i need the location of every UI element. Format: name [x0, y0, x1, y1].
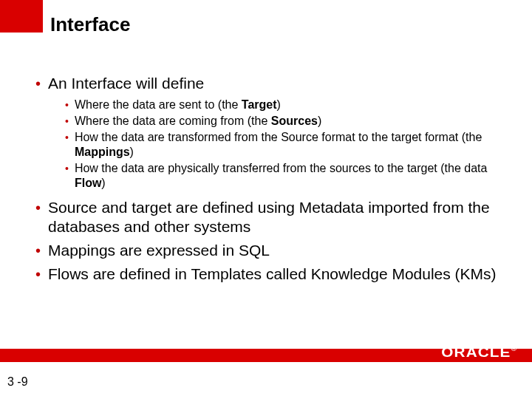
- bullet-dot: •: [35, 241, 41, 260]
- sub-bullet-item: • Where the data are sent to (the Target…: [65, 98, 502, 112]
- bullet-item: • Flows are defined in Templates called …: [35, 265, 502, 284]
- slide-title: Interface: [50, 13, 130, 36]
- bullet-text: An Interface will define: [48, 74, 204, 93]
- bullet-item: • Mappings are expressed in SQL: [35, 241, 502, 260]
- bullet-dot: •: [35, 198, 41, 217]
- sub-bullet-item: • How the data are transformed from the …: [65, 130, 502, 160]
- sub-bullet-text: How the data are transformed from the So…: [75, 130, 488, 160]
- bullet-item: • An Interface will define: [35, 74, 502, 93]
- bullet-dot: •: [35, 265, 41, 284]
- sub-list: • Where the data are sent to (the Target…: [65, 98, 502, 191]
- bullet-dot: •: [65, 161, 69, 176]
- sub-bullet-item: • How the data are physically transferre…: [65, 161, 502, 191]
- oracle-logo: ORACLE®: [442, 345, 518, 361]
- bullet-item: • Source and target are defined using Me…: [35, 198, 502, 236]
- page-number: 3 -9: [7, 375, 28, 389]
- bullet-text: Mappings are expressed in SQL: [48, 241, 270, 260]
- sub-bullet-text: How the data are physically transferred …: [75, 161, 488, 191]
- bullet-text: Flows are defined in Templates called Kn…: [48, 265, 497, 284]
- bullet-dot: •: [65, 130, 69, 145]
- sub-bullet-text: Where the data are coming from (the Sour…: [75, 114, 321, 129]
- sub-bullet-text: Where the data are sent to (the Target): [75, 98, 281, 112]
- header-block: [0, 0, 43, 33]
- content-area: • An Interface will define • Where the d…: [35, 74, 502, 288]
- bullet-dot: •: [65, 114, 69, 129]
- bullet-dot: •: [35, 74, 41, 93]
- slide: Interface • An Interface will define • W…: [0, 0, 532, 399]
- bullet-dot: •: [65, 98, 69, 112]
- bullet-text: Source and target are defined using Meta…: [48, 198, 502, 236]
- sub-bullet-item: • Where the data are coming from (the So…: [65, 114, 502, 129]
